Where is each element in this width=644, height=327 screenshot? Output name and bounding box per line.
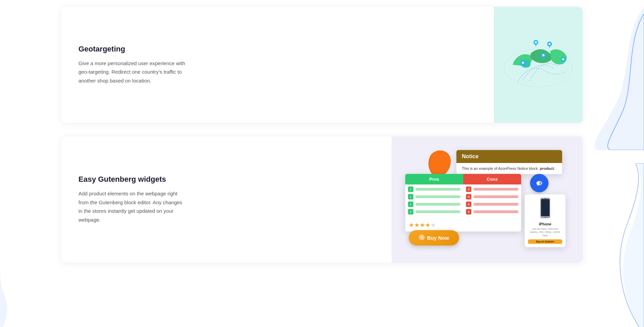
svg-point-4 [548, 43, 551, 45]
gutenberg-description: Add product elements on the webpage righ… [78, 189, 188, 224]
x-icon-1: ✕ [466, 187, 471, 192]
check-icon-1: ✓ [408, 187, 413, 192]
x-icon-3: ✕ [466, 202, 471, 207]
check-icon-3: ✓ [408, 202, 413, 207]
notice-body: This is an example of AzonPress Notice b… [456, 163, 562, 174]
megaphone-icon [535, 179, 544, 188]
buy-now-button[interactable]: ⓐ Buy Now [409, 230, 459, 246]
geotargeting-card: Geotargeting Give a more personalized us… [61, 7, 583, 123]
iphone-buy-button[interactable]: Buy on Amazon [528, 239, 562, 244]
amazon-logo: ⓐ [419, 234, 424, 241]
svg-point-10 [562, 58, 564, 60]
notice-header: Notice [456, 150, 562, 163]
buy-now-label: Buy Now [427, 235, 449, 241]
cons-row-1: ✕ [466, 187, 518, 192]
geotargeting-card-text: Geotargeting Give a more personalized us… [61, 7, 494, 123]
cons-header: Cons [463, 174, 521, 184]
cons-bar-3 [473, 203, 518, 206]
geotargeting-description: Give a more personalized user experience… [78, 59, 188, 85]
svg-rect-11 [537, 182, 538, 184]
cons-row-2: ✕ [466, 194, 518, 199]
gutenberg-card-image: Notice This is an example of AzonPress N… [392, 136, 583, 263]
cons-bar-1 [473, 188, 518, 191]
svg-point-8 [522, 62, 524, 64]
pros-column: ✓ ✓ ✓ [405, 184, 463, 219]
pros-row-3: ✓ [408, 202, 460, 207]
cons-bar-2 [473, 195, 518, 198]
pros-row-4: ✓ [408, 209, 460, 214]
x-icon-4: ✕ [466, 209, 471, 214]
pros-bar-3 [415, 203, 460, 206]
pros-cons-body: ✓ ✓ ✓ [405, 184, 521, 219]
star-5: ★ [430, 221, 436, 229]
content-area: Geotargeting Give a more personalized us… [0, 7, 644, 263]
globe-illustration [502, 27, 574, 102]
stars-row: ★ ★ ★ ★ ★ [405, 219, 521, 232]
megaphone-badge [530, 174, 548, 192]
pros-row-2: ✓ [408, 194, 460, 199]
cons-column: ✕ ✕ ✕ [463, 184, 521, 219]
geotargeting-title: Geotargeting [78, 45, 473, 54]
cons-row-4: ✕ [466, 209, 518, 214]
cons-bar-4 [473, 210, 518, 213]
star-2: ★ [414, 221, 420, 229]
check-icon-2: ✓ [408, 194, 413, 199]
pros-bar-4 [415, 210, 460, 213]
notice-block: Notice This is an example of AzonPress N… [456, 150, 562, 174]
svg-point-2 [535, 41, 537, 43]
iphone-spec: 128 GB Flash, 4352mAh battery, 1961 1560… [528, 227, 562, 237]
page-wrapper: Geotargeting Give a more personalized us… [0, 7, 644, 327]
star-1: ★ [409, 221, 414, 229]
gutenberg-card: Easy Gutenberg widgets Add product eleme… [61, 136, 583, 263]
svg-rect-15 [544, 217, 546, 218]
pros-header: Pros [405, 174, 463, 184]
star-3: ★ [420, 221, 425, 229]
iphone-image [539, 198, 551, 220]
pros-bar-2 [415, 195, 460, 198]
pros-row-1: ✓ [408, 187, 460, 192]
geotargeting-card-image [494, 7, 583, 123]
iphone-product-card: iPhone 128 GB Flash, 4352mAh battery, 19… [525, 194, 566, 247]
x-icon-2: ✕ [466, 194, 471, 199]
deco-bottom-left-shape [0, 266, 27, 327]
check-icon-4: ✓ [408, 209, 413, 214]
pros-cons-header: Pros Cons [405, 174, 521, 184]
star-4: ★ [425, 221, 430, 229]
svg-rect-13 [541, 199, 550, 216]
pros-cons-block: Pros Cons ✓ ✓ [405, 174, 521, 232]
gutenberg-card-text: Easy Gutenberg widgets Add product eleme… [61, 136, 392, 263]
svg-rect-14 [544, 198, 547, 199]
gutenberg-title: Easy Gutenberg widgets [78, 175, 371, 184]
pros-bar-1 [415, 188, 460, 191]
iphone-title: iPhone [528, 222, 562, 226]
svg-point-6 [542, 54, 544, 56]
cons-row-3: ✕ [466, 202, 518, 207]
widget-mockup: Notice This is an example of AzonPress N… [405, 147, 569, 252]
